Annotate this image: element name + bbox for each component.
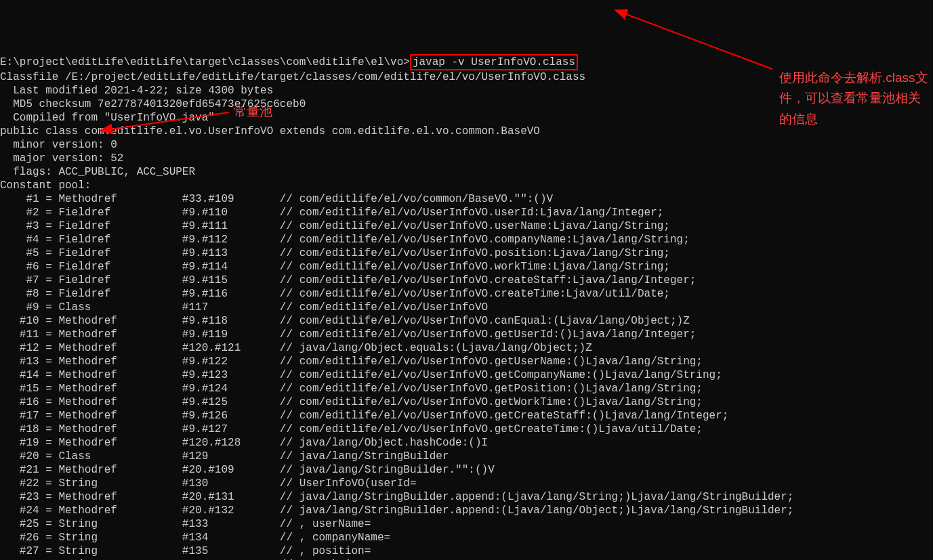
pool-row: #16 = Methodref #9.#125 // com/editlife/… <box>0 396 703 408</box>
annotation-right: 使用此命令去解析.class文件，可以查看常量池相关的信息 <box>779 68 928 129</box>
pool-row: #9 = Class #117 // com/editlife/el/vo/Us… <box>0 301 488 314</box>
prompt-path: E:\project\editLife\editLife\target\clas… <box>0 56 410 68</box>
pool-row: #23 = Methodref #20.#131 // java/lang/St… <box>0 491 793 503</box>
major-version-line: major version: 52 <box>0 152 123 165</box>
pool-row: #5 = Fieldref #9.#113 // com/editlife/el… <box>0 247 670 259</box>
pool-row: #2 = Fieldref #9.#110 // com/editlife/el… <box>0 207 663 219</box>
terminal-output: E:\project\editLife\editLife\target\clas… <box>0 54 933 560</box>
pool-row: #26 = String #134 // , companyName= <box>0 532 390 544</box>
pool-row: #4 = Fieldref #9.#112 // com/editlife/el… <box>0 234 690 246</box>
compiled-from-line: Compiled from "UserInfoVO.java" <box>0 112 215 124</box>
pool-row: #21 = Methodref #20.#109 // java/lang/St… <box>0 464 495 476</box>
constant-pool-list: #1 = Methodref #33.#109 // com/editlife/… <box>0 192 933 560</box>
pool-row: #6 = Fieldref #9.#114 // com/editlife/el… <box>0 261 670 273</box>
pool-row: #27 = String #135 // , position= <box>0 545 371 557</box>
annotation-center: 常量池 <box>234 105 272 119</box>
pool-row: #12 = Methodref #120.#121 // java/lang/O… <box>0 342 592 354</box>
flags-line: flags: ACC_PUBLIC, ACC_SUPER <box>0 166 195 178</box>
last-modified-line: Last modified 2021-4-22; size 4300 bytes <box>0 85 273 97</box>
pool-row: #14 = Methodref #9.#123 // com/editlife/… <box>0 369 722 381</box>
pool-row: #15 = Methodref #9.#124 // com/editlife/… <box>0 383 703 395</box>
pool-row: #13 = Methodref #9.#122 // com/editlife/… <box>0 356 703 368</box>
pool-row: #17 = Methodref #9.#126 // com/editlife/… <box>0 410 728 422</box>
pool-row: #19 = Methodref #120.#128 // java/lang/O… <box>0 437 488 449</box>
constant-pool-header: Constant pool: <box>0 179 91 192</box>
pool-row: #7 = Fieldref #9.#115 // com/editlife/el… <box>0 274 696 286</box>
pool-row: #11 = Methodref #9.#119 // com/editlife/… <box>0 328 696 341</box>
pool-row: #1 = Methodref #33.#109 // com/editlife/… <box>0 193 553 205</box>
pool-row: #20 = Class #129 // java/lang/StringBuil… <box>0 450 449 462</box>
pool-row: #3 = Fieldref #9.#111 // com/editlife/el… <box>0 220 670 232</box>
classfile-line: Classfile /E:/project/editLife/editLife/… <box>0 71 585 83</box>
command-input[interactable]: javap -v UserInfoVO.class <box>410 54 578 70</box>
pool-row: #8 = Fieldref #9.#116 // com/editlife/el… <box>0 288 670 300</box>
pool-row: #18 = Methodref #9.#127 // com/editlife/… <box>0 423 703 435</box>
pool-row: #10 = Methodref #9.#118 // com/editlife/… <box>0 315 690 327</box>
pool-row: #22 = String #130 // UserInfoVO(userId= <box>0 477 417 490</box>
pool-row: #25 = String #133 // , userName= <box>0 518 371 530</box>
minor-version-line: minor version: 0 <box>0 139 117 151</box>
pool-row: #24 = Methodref #20.#132 // java/lang/St… <box>0 504 793 517</box>
class-decl-line: public class com.editlife.el.vo.UserInfo… <box>0 125 540 137</box>
